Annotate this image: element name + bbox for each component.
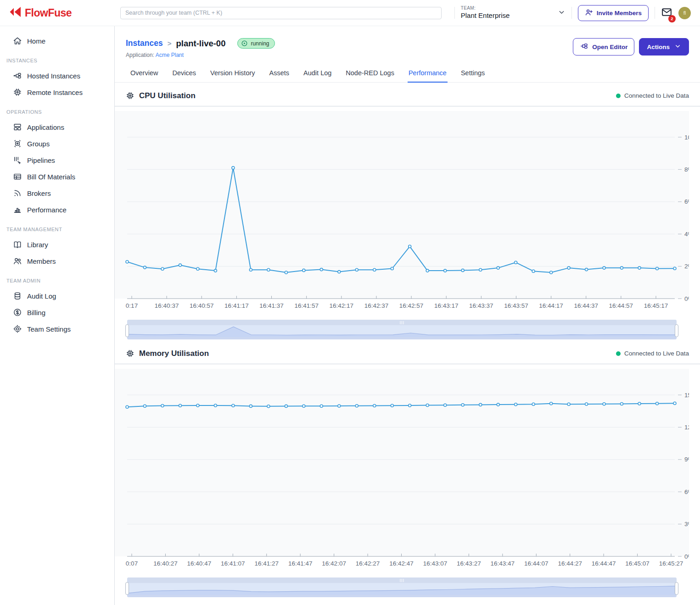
brush-bottom-bar [127,595,677,597]
actions-button[interactable]: Actions [639,38,689,56]
team-name: Plant Enterprise [461,11,510,20]
groups-icon [13,139,22,148]
sidebar-item-label: Team Settings [27,325,71,333]
sidebar-item-brokers[interactable]: Brokers [0,185,114,201]
svg-text:16:45:27: 16:45:27 [659,560,683,567]
sidebar-item-applications[interactable]: Applications [0,119,114,135]
open-editor-button[interactable]: Open Editor [573,38,634,56]
play-circle-icon [241,40,248,47]
live-dot-icon [616,351,621,356]
brush-band[interactable] [127,325,677,337]
svg-text:16:42:07: 16:42:07 [322,560,346,567]
svg-text:16:44:27: 16:44:27 [558,560,582,567]
header-divider [454,7,455,19]
tab-node-red-logs[interactable]: Node-RED Logs [345,66,395,82]
cpu-zoom-brush[interactable] [127,320,677,339]
svg-text:16:41:17: 16:41:17 [224,302,249,309]
invite-members-button[interactable]: Invite Members [578,5,649,21]
svg-text:15%: 15% [684,392,689,399]
application-link[interactable]: Acme Plant [156,52,184,58]
billing-icon [13,308,22,317]
main-content: Instances > plant-live-00 running Applic… [115,26,700,605]
svg-text:3%: 3% [684,521,689,527]
brush-handle-right[interactable] [675,582,678,595]
tab-performance[interactable]: Performance [408,66,448,83]
sidebar-item-label: Brokers [27,189,51,197]
svg-text:16:42:17: 16:42:17 [330,302,354,309]
sidebar-item-home[interactable]: Home [0,33,114,49]
brush-handle-left[interactable] [125,582,129,595]
svg-text:16:42:47: 16:42:47 [389,560,414,567]
brush-grip-bar[interactable] [127,320,677,325]
svg-text:16:42:37: 16:42:37 [364,302,389,309]
live-status: Connected to Live Data [616,92,689,99]
search-input[interactable] [120,7,442,19]
sidebar-item-audit-log[interactable]: Audit Log [0,288,114,304]
team-selector[interactable]: TEAM: Plant Enterprise [461,6,566,20]
memory-zoom-brush[interactable] [127,577,677,597]
memory-chip-icon [126,349,134,358]
sidebar-item-groups[interactable]: Groups [0,135,114,152]
library-icon [13,240,22,249]
tab-overview[interactable]: Overview [129,66,159,82]
sidebar-item-label: Audit Log [27,292,56,300]
sidebar-section-header: TEAM ADMIN [0,269,114,288]
brush-grip-bar[interactable] [127,577,677,583]
brush-handle-left[interactable] [125,324,129,337]
hosted-instances-icon [13,71,22,80]
brush-bottom-bar [127,337,677,339]
tab-devices[interactable]: Devices [171,66,197,82]
tab-settings[interactable]: Settings [460,66,486,82]
sidebar-section-header: INSTANCES [0,49,114,67]
node-editor-icon [580,42,588,52]
avatar[interactable]: fl [678,7,691,19]
memory-chart-section: Memory Utilisation Connected to Live Dat… [115,343,700,597]
sidebar-section-header: OPERATIONS [0,100,114,119]
tab-assets[interactable]: Assets [269,66,291,82]
svg-text:16:42:27: 16:42:27 [356,560,380,567]
chevron-down-icon [674,43,681,51]
svg-text:16:40:37: 16:40:37 [155,302,179,309]
logo-text: FlowFuse [25,7,72,19]
sidebar-item-label: Bill Of Materials [27,173,75,181]
svg-text:16:43:47: 16:43:47 [491,560,515,567]
svg-text:10%: 10% [684,134,689,141]
breadcrumb-instances-link[interactable]: Instances [126,39,163,48]
tab-audit-log[interactable]: Audit Log [302,66,332,82]
sidebar-item-members[interactable]: Members [0,253,114,269]
brush-handle-right[interactable] [675,324,678,337]
cpu-chip-icon [126,91,134,100]
tab-version-history[interactable]: Version History [209,66,256,82]
svg-text:0:17: 0:17 [126,302,138,309]
sidebar-item-bill-of-materials[interactable]: Bill Of Materials [0,168,114,185]
svg-text:16:44:17: 16:44:17 [539,302,563,309]
chart-title: Memory Utilisation [139,349,209,358]
sidebar-item-library[interactable]: Library [0,236,114,253]
notification-badge: 2 [668,15,676,22]
svg-text:16:41:47: 16:41:47 [288,560,313,567]
breadcrumb-separator: > [168,39,172,47]
sidebar-item-performance[interactable]: Performance [0,201,114,218]
brush-band[interactable] [127,583,677,595]
notifications-button[interactable]: 2 [661,6,672,20]
sidebar-item-label: Members [27,257,56,265]
flowfuse-logo[interactable]: FlowFuse [0,6,115,20]
sidebar-item-billing[interactable]: Billing [0,304,114,321]
svg-text:16:41:57: 16:41:57 [294,302,319,309]
sidebar-item-remote-instances[interactable]: Remote Instances [0,84,114,100]
svg-text:16:40:27: 16:40:27 [153,560,178,567]
svg-text:12%: 12% [684,424,689,431]
svg-text:4%: 4% [684,231,689,238]
sidebar-item-hosted-instances[interactable]: Hosted Instances [0,67,114,84]
sidebar-item-label: Groups [27,140,50,148]
team-label: TEAM: [461,6,510,11]
svg-text:16:42:57: 16:42:57 [399,302,424,309]
svg-text:0%: 0% [684,553,689,560]
live-status: Connected to Live Data [616,350,689,357]
applications-icon [13,122,22,132]
live-dot-icon [616,94,621,98]
sidebar-item-team-settings[interactable]: Team Settings [0,321,114,337]
svg-text:16:41:27: 16:41:27 [254,560,279,567]
sidebar-item-label: Billing [27,309,45,316]
sidebar-item-pipelines[interactable]: Pipelines [0,152,114,168]
